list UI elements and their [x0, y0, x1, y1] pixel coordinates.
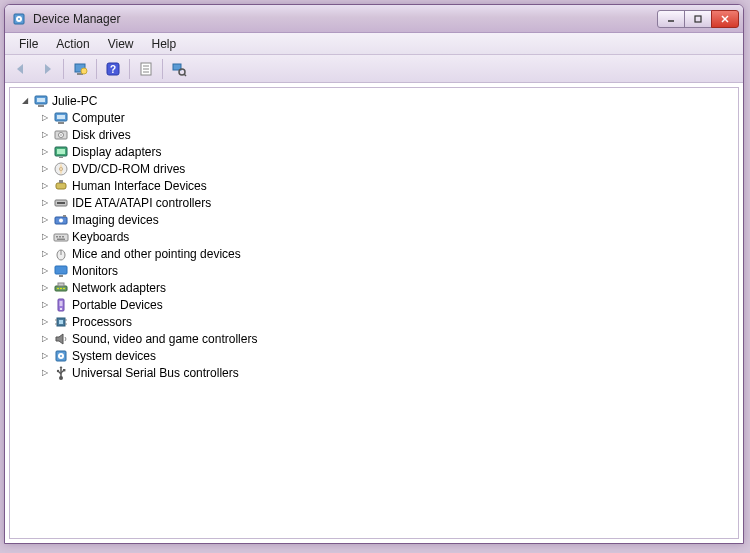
- tree-node-mice-and-other-pointing-devices[interactable]: ▷Mice and other pointing devices: [12, 245, 736, 262]
- menu-action[interactable]: Action: [48, 35, 97, 53]
- portable-icon: [53, 297, 69, 313]
- ide-icon: [53, 195, 69, 211]
- minimize-button[interactable]: [657, 10, 685, 28]
- tree-node-system-devices[interactable]: ▷System devices: [12, 347, 736, 364]
- expander-icon[interactable]: ▷: [40, 198, 50, 208]
- tree-node-monitors[interactable]: ▷Monitors: [12, 262, 736, 279]
- tree-node-label: System devices: [72, 349, 156, 363]
- computer-icon: [33, 93, 49, 109]
- expander-icon[interactable]: ▷: [40, 147, 50, 157]
- tree-node-ide-ata-atapi-controllers[interactable]: ▷IDE ATA/ATAPI controllers: [12, 194, 736, 211]
- tree-node-label: Computer: [72, 111, 125, 125]
- expander-icon[interactable]: ▷: [40, 232, 50, 242]
- tree-node-sound-video-and-game-controllers[interactable]: ▷Sound, video and game controllers: [12, 330, 736, 347]
- tree-node-universal-serial-bus-controllers[interactable]: ▷Universal Serial Bus controllers: [12, 364, 736, 381]
- tree-node-processors[interactable]: ▷Processors: [12, 313, 736, 330]
- menu-help[interactable]: Help: [144, 35, 185, 53]
- tree-node-network-adapters[interactable]: ▷Network adapters: [12, 279, 736, 296]
- tree-node-label: Universal Serial Bus controllers: [72, 366, 239, 380]
- tree-node-keyboards[interactable]: ▷Keyboards: [12, 228, 736, 245]
- expander-icon[interactable]: ▷: [40, 334, 50, 344]
- svg-rect-63: [695, 16, 701, 22]
- tree-node-display-adapters[interactable]: ▷Display adapters: [12, 143, 736, 160]
- tree-root-node[interactable]: ◢Julie-PC: [12, 92, 736, 109]
- tree-node-dvd-cd-rom-drives[interactable]: ▷DVD/CD-ROM drives: [12, 160, 736, 177]
- tree-node-computer[interactable]: ▷Computer: [12, 109, 736, 126]
- tree-node-imaging-devices[interactable]: ▷Imaging devices: [12, 211, 736, 228]
- tree-root-label: Julie-PC: [52, 94, 97, 108]
- expander-icon[interactable]: ▷: [40, 283, 50, 293]
- tree-node-label: DVD/CD-ROM drives: [72, 162, 185, 176]
- expander-icon[interactable]: ▷: [40, 368, 50, 378]
- titlebar[interactable]: Device Manager: [5, 5, 743, 33]
- toolbar-properties-button[interactable]: [134, 58, 158, 80]
- tree-node-label: Display adapters: [72, 145, 161, 159]
- system-icon: [53, 348, 69, 364]
- toolbar-separator: [129, 59, 130, 79]
- expander-icon[interactable]: ▷: [40, 181, 50, 191]
- menu-view[interactable]: View: [100, 35, 142, 53]
- expander-icon[interactable]: ▷: [40, 266, 50, 276]
- imaging-icon: [53, 212, 69, 228]
- tree-node-label: Human Interface Devices: [72, 179, 207, 193]
- tree-content[interactable]: ◢Julie-PC▷Computer▷Disk drives▷Display a…: [9, 87, 739, 539]
- toolbar-separator: [162, 59, 163, 79]
- toolbar-help-button[interactable]: [101, 58, 125, 80]
- toolbar-separator: [63, 59, 64, 79]
- expander-icon[interactable]: ▷: [40, 300, 50, 310]
- expander-icon[interactable]: ▷: [40, 164, 50, 174]
- app-icon: [11, 11, 27, 27]
- menubar: File Action View Help: [5, 33, 743, 55]
- toolbar-forward-button[interactable]: [35, 58, 59, 80]
- expander-icon[interactable]: ▷: [40, 249, 50, 259]
- close-button[interactable]: [711, 10, 739, 28]
- keyboard-icon: [53, 229, 69, 245]
- tree-node-label: Sound, video and game controllers: [72, 332, 257, 346]
- tree-node-portable-devices[interactable]: ▷Portable Devices: [12, 296, 736, 313]
- tree-node-label: Processors: [72, 315, 132, 329]
- expander-icon[interactable]: ▷: [40, 215, 50, 225]
- menu-file[interactable]: File: [11, 35, 46, 53]
- expander-icon[interactable]: ▷: [40, 130, 50, 140]
- sound-icon: [53, 331, 69, 347]
- dvd-icon: [53, 161, 69, 177]
- tree-node-label: IDE ATA/ATAPI controllers: [72, 196, 211, 210]
- tree-node-label: Mice and other pointing devices: [72, 247, 241, 261]
- maximize-button[interactable]: [684, 10, 712, 28]
- window-controls: [658, 10, 739, 28]
- window-title: Device Manager: [33, 12, 652, 26]
- computer-icon: [53, 110, 69, 126]
- mouse-icon: [53, 246, 69, 262]
- toolbar: [5, 55, 743, 83]
- toolbar-show-hidden-button[interactable]: [68, 58, 92, 80]
- expander-icon[interactable]: ▷: [40, 351, 50, 361]
- cpu-icon: [53, 314, 69, 330]
- tree-node-label: Keyboards: [72, 230, 129, 244]
- display-icon: [53, 144, 69, 160]
- toolbar-scan-button[interactable]: [167, 58, 191, 80]
- tree-node-label: Portable Devices: [72, 298, 163, 312]
- expander-icon[interactable]: ▷: [40, 317, 50, 327]
- tree-node-disk-drives[interactable]: ▷Disk drives: [12, 126, 736, 143]
- tree-node-label: Network adapters: [72, 281, 166, 295]
- toolbar-back-button[interactable]: [9, 58, 33, 80]
- tree-node-label: Disk drives: [72, 128, 131, 142]
- monitor-icon: [53, 263, 69, 279]
- usb-icon: [53, 365, 69, 381]
- tree-node-label: Imaging devices: [72, 213, 159, 227]
- tree-node-human-interface-devices[interactable]: ▷Human Interface Devices: [12, 177, 736, 194]
- toolbar-separator: [96, 59, 97, 79]
- hid-icon: [53, 178, 69, 194]
- expander-icon[interactable]: ▷: [40, 113, 50, 123]
- network-icon: [53, 280, 69, 296]
- tree-node-label: Monitors: [72, 264, 118, 278]
- disk-icon: [53, 127, 69, 143]
- device-manager-window: Device Manager File Action View Help ◢Ju…: [4, 4, 744, 544]
- expander-icon[interactable]: ◢: [20, 96, 30, 106]
